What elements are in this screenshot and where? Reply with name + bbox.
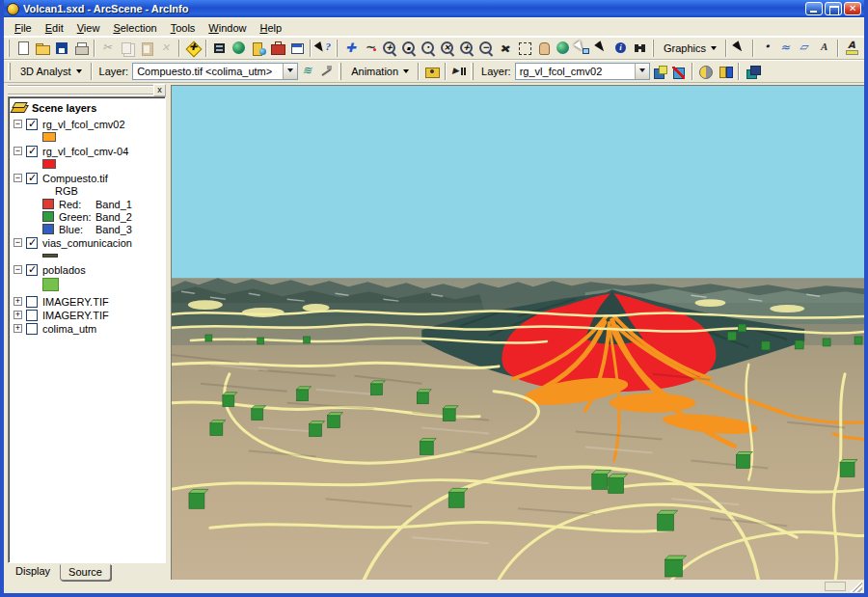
identify-button[interactable] [611,39,631,58]
animation-controls-button[interactable] [449,62,469,81]
new-polygon-button[interactable] [796,39,815,58]
arccatalog-button[interactable] [249,39,268,58]
layer-checkbox[interactable] [26,119,38,130]
toc-drag-grip[interactable]: x [8,85,166,95]
layer-name[interactable]: rg_vl_fcol_cmv02 [42,119,125,130]
new-button[interactable] [14,39,33,58]
pointer-button[interactable] [592,39,611,58]
toolbar-grip[interactable] [471,63,474,80]
save-button[interactable] [52,39,71,58]
zoom-extents-button[interactable] [515,39,534,58]
chevron-down-icon[interactable] [635,64,649,79]
maximize-button[interactable] [825,2,842,15]
font-color-button[interactable] [842,39,861,58]
tab-source[interactable]: Source [60,564,111,581]
layer-name[interactable]: vias_comunicacion [42,237,132,249]
surface-analysis-button[interactable] [298,62,317,81]
full-extent-button[interactable] [496,39,515,58]
toolbar-grip[interactable] [652,40,654,57]
globe-view-button[interactable] [554,39,573,58]
observer-button[interactable] [419,39,438,58]
scene-viewport[interactable] [171,85,864,580]
fill-color-button[interactable] [861,39,868,58]
chevron-down-icon[interactable] [283,64,297,79]
target-observer-button[interactable] [438,39,457,58]
select-elements-button[interactable] [730,39,749,58]
collapse-toggle[interactable] [14,265,22,274]
tab-display[interactable]: Display [8,564,58,579]
menu-file[interactable]: File [8,20,39,36]
layer-name[interactable]: poblados [42,264,86,276]
collapse-toggle[interactable] [14,238,22,247]
toolbar-grip[interactable] [339,63,341,80]
copy-button[interactable] [118,39,137,58]
expand-toggle[interactable] [14,297,22,306]
layer-name[interactable]: rg_vl_fcol_cmv-04 [42,146,128,157]
collapse-toggle[interactable] [14,174,22,182]
layer-checkbox[interactable] [26,296,38,308]
layer-checkbox[interactable] [26,237,38,249]
new-window-button[interactable] [287,39,307,58]
menu-tools[interactable]: Tools [164,20,203,36]
interpolate-line-button[interactable] [317,62,337,81]
add-data-button[interactable] [183,39,203,58]
print-button[interactable] [71,39,91,58]
arctoolbox-button[interactable] [268,39,287,58]
expand-toggle[interactable] [14,324,22,333]
layer-checkbox[interactable] [26,173,38,184]
zoom-out-button[interactable] [476,39,496,58]
layer-name[interactable]: IMAGERY.TIF [42,310,109,321]
delete-button[interactable] [156,39,176,58]
pan-button[interactable] [534,39,554,58]
analyst-layer-combo[interactable]: Compuesto.tif <colima_utm> [132,63,298,80]
fly-button[interactable] [361,39,380,58]
new-line-button[interactable] [776,39,796,58]
viewer-settings-button[interactable] [716,62,735,81]
minimize-button[interactable] [805,2,823,15]
sun-position-button[interactable] [696,62,716,81]
toc-close-button[interactable]: x [153,84,166,96]
layer-checkbox[interactable] [26,146,38,157]
new-text-button[interactable] [815,39,834,58]
whats-this-button[interactable] [314,39,334,58]
cut-button[interactable] [98,39,118,58]
remove-base-heights-button[interactable] [669,62,689,81]
expand-toggle[interactable] [14,311,22,319]
graphics-menu[interactable]: Graphics [658,41,722,56]
scene-layer-combo[interactable]: rg_vl_fcol_cmv02 [515,63,650,80]
zoom-in-button[interactable] [457,39,476,58]
close-button[interactable] [844,2,861,15]
zoom-target-button[interactable] [380,39,399,58]
3d-analyst-menu[interactable]: 3D Analyst [14,64,88,79]
camera-button[interactable] [422,62,442,81]
layer-name[interactable]: Compuesto.tif [42,173,108,184]
toolbar-grip[interactable] [8,40,10,57]
center-target-button[interactable] [399,39,419,58]
menu-selection[interactable]: Selection [106,20,163,36]
menu-view[interactable]: View [70,20,107,36]
menu-help[interactable]: Help [253,20,288,36]
new-marker-button[interactable] [757,39,776,58]
collapse-toggle[interactable] [14,120,22,128]
toolbar-grip[interactable] [8,63,11,80]
scene-properties-button[interactable] [743,62,762,81]
layer-checkbox[interactable] [26,310,38,321]
layer-checkbox[interactable] [26,264,38,276]
layer-name[interactable]: IMAGERY.TIF [42,296,109,308]
paste-button[interactable] [137,39,156,58]
layer-name[interactable]: colima_utm [42,323,96,335]
open-button[interactable] [33,39,52,58]
select-graphics-button[interactable] [573,39,592,58]
navigate-button[interactable] [341,39,361,58]
animation-menu[interactable]: Animation [345,64,415,79]
base-heights-button[interactable] [650,62,669,81]
menu-edit[interactable]: Edit [39,20,70,36]
menu-window[interactable]: Window [202,20,253,36]
collapse-toggle[interactable] [14,147,22,155]
resize-grip[interactable] [850,581,862,592]
arcmap-button[interactable] [230,39,249,58]
title-bar[interactable]: Volcan1.sxd - ArcScene - ArcInfo [4,0,864,17]
export-scene-button[interactable] [210,39,230,58]
layer-checkbox[interactable] [26,323,38,335]
toolbar-grip[interactable] [336,40,338,57]
